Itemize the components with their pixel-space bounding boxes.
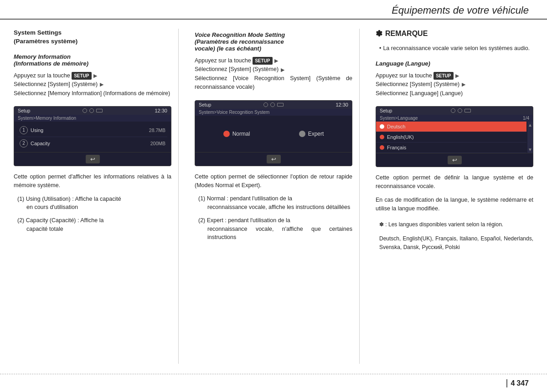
remarque-title: ✽ REMARQUE	[376, 29, 533, 39]
screen1-footer: ↩	[14, 152, 171, 166]
screen1-subtitle: System>Memory Information	[14, 115, 171, 122]
left-section-title: System Settings(Paramètres système)	[14, 29, 171, 46]
screen1-body: 1 Using 28.7MB 2 Capacity 200MB	[14, 122, 171, 152]
screen-memory: Setup 12:30 System>Memory Information 1 …	[14, 106, 171, 166]
column-left: System Settings(Paramètres système) Memo…	[14, 29, 179, 364]
arrow-right-2: ▶	[100, 81, 103, 88]
option-dot-2	[299, 131, 305, 137]
arrow-right-right2: ▶	[462, 81, 465, 88]
screen1-time: 12:30	[155, 108, 167, 113]
option-dot-1	[223, 131, 230, 137]
remarque-label: REMARQUE	[385, 30, 428, 38]
back-button-2[interactable]: ↩	[267, 155, 281, 163]
screen1-row2: 2 Capacity 200MB	[18, 137, 167, 150]
icon-phone2	[270, 102, 275, 107]
screen1-icons	[83, 108, 103, 113]
column-right: ✽ REMARQUE La reconnaissance vocale vari…	[369, 29, 533, 364]
screen1-val2: 200MB	[150, 141, 165, 146]
screen2-time: 12:30	[335, 102, 348, 107]
screen2-options: Normal Expert	[195, 116, 352, 152]
screen3-scrollbar: ▲ ▼	[527, 122, 533, 153]
remarque-star: ✽	[376, 29, 382, 39]
left-para1: Appuyez sur la touche SETUP ▶ Sélectionn…	[14, 71, 171, 98]
icon-gear3	[451, 108, 455, 113]
screen2-option1: Normal	[223, 131, 250, 137]
left-description: Cette option permet d'afficher les infor…	[14, 173, 171, 190]
mid-description: Cette option permet de sélectionner l'op…	[195, 173, 352, 190]
screen1-num1: 1	[20, 126, 28, 134]
page-footer: 4 347	[0, 374, 547, 392]
screen3-lang-wrapper: Deutsch English(UK) Français ▲ ▼	[376, 122, 533, 153]
screen3-lang-francais: Français	[376, 143, 526, 153]
arrow-right-right1: ▶	[455, 72, 459, 80]
mid-section-title: Voice Recognition Mode Setting(Paramètre…	[195, 31, 352, 52]
screen1-label1: Using	[31, 127, 149, 133]
icon-gear	[83, 108, 87, 113]
icon-phone3	[458, 108, 462, 113]
setup-badge-right1: SETUP	[433, 72, 453, 80]
icon-battery	[96, 109, 103, 112]
header-title: Équipements de votre véhicule	[392, 5, 529, 16]
scroll-up-arrow[interactable]: ▲	[528, 122, 532, 127]
right-footnote: ✽ : Les langues disponibles varient selo…	[376, 220, 533, 229]
screen-voice: Setup 12:30 System>Voice Recognition Sys…	[195, 100, 352, 166]
setup-badge-mid1: SETUP	[253, 57, 272, 65]
screen3-lang-english: English(UK)	[376, 132, 526, 143]
screen-language: Setup System>Language 1/4 Deutsch	[376, 106, 533, 167]
page-number: 4 347	[506, 379, 529, 387]
main-content: System Settings(Paramètres système) Memo…	[0, 20, 547, 368]
setup-badge-left1: SETUP	[72, 72, 91, 80]
scroll-down-arrow[interactable]: ▼	[528, 147, 532, 152]
screen3-lang-deutsch: Deutsch	[376, 122, 526, 132]
option-label-expert: Expert	[308, 131, 324, 137]
back-button-1[interactable]: ↩	[86, 155, 100, 163]
icon-battery3	[464, 109, 471, 112]
screen3-title: Setup	[380, 108, 392, 113]
screen3-footer: ↩	[376, 153, 533, 167]
screen-topbar-1: Setup 12:30	[14, 107, 171, 115]
screen1-num2: 2	[20, 139, 28, 148]
arrow-right-1: ▶	[93, 72, 97, 80]
lang-dot-1	[380, 124, 384, 129]
screen2-title: Setup	[199, 102, 211, 107]
screen1-label2: Capacity	[31, 141, 150, 146]
screen2-option2: Expert	[299, 131, 324, 137]
icon-gear2	[263, 102, 268, 107]
screen1-row1: 1 Using 28.7MB	[18, 124, 167, 137]
lang-dot-2	[380, 135, 384, 139]
option-label-normal: Normal	[232, 131, 250, 137]
icon-battery2	[277, 103, 284, 107]
mid-list2: (2) Expert : pendant l'utilisation de la…	[195, 216, 352, 242]
icon-phone	[89, 108, 94, 113]
screen2-subtitle: System>Voice Recognition System	[195, 109, 352, 116]
screen2-icons	[263, 102, 284, 107]
right-description1: Cette option permet de définir la langue…	[376, 173, 533, 191]
screen3-lang-body: Deutsch English(UK) Français	[376, 122, 533, 153]
screen2-footer: ↩	[195, 152, 352, 166]
left-list2: (2) Capacity (Capacité) : Affiche lacapa…	[14, 216, 171, 234]
mid-list1: (1) Normal : pendant l'utilisation de la…	[195, 194, 352, 212]
screen3-icons	[451, 108, 471, 113]
arrow-right-mid2: ▶	[281, 66, 284, 74]
lang-dot-3	[380, 145, 384, 150]
column-mid: Voice Recognition Mode Setting(Paramètre…	[188, 29, 360, 364]
page-header: Équipements de votre véhicule	[0, 0, 547, 20]
screen2-topbar: Setup 12:30	[195, 101, 352, 109]
screen3-topbar: Setup	[376, 107, 533, 115]
screen1-val1: 28.7MB	[149, 127, 165, 133]
arrow-right-mid1: ▶	[274, 57, 278, 65]
right-para1: Appuyez sur la touche SETUP ▶ Sélectionn…	[376, 71, 533, 98]
screen3-subtitle: System>Language 1/4	[376, 115, 533, 122]
mid-para1: Appuyez sur la touche SETUP ▶ Sélectionn…	[195, 56, 352, 92]
left-list1: (1) Using (Utilisation) : Affiche la cap…	[14, 195, 171, 212]
back-button-3[interactable]: ↩	[448, 156, 462, 164]
remarque-bullet1: La reconnaissance vocale varie selon les…	[376, 44, 533, 53]
right-languages-list: Deutsch, English(UK), Français, Italiano…	[376, 234, 533, 251]
left-sub-title: Memory Information(Informations de mémoi…	[14, 53, 171, 67]
screen1-title: Setup	[18, 108, 30, 113]
right-sub-title: Language (Langue)	[376, 60, 533, 67]
right-description2: En cas de modification de la langue, le …	[376, 196, 533, 214]
